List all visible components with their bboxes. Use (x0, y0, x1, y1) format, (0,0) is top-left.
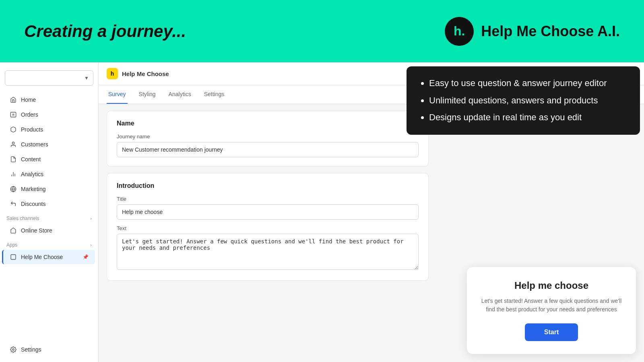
intro-section-title: Introduction (117, 182, 419, 189)
sidebar-label-analytics: Analytics (21, 171, 43, 177)
sidebar-label-marketing: Marketing (21, 186, 45, 192)
sidebar-label-orders: Orders (21, 111, 38, 118)
home-icon (10, 96, 17, 103)
banner-logo: h. Help Me Choose A.I. (445, 17, 620, 46)
intro-text-textarea[interactable] (117, 234, 419, 270)
tab-survey[interactable]: Survey (107, 85, 128, 104)
sidebar-item-settings[interactable]: Settings (3, 342, 95, 357)
sidebar-label-discounts: Discounts (21, 201, 45, 207)
svg-point-10 (12, 349, 14, 350)
sidebar-item-home[interactable]: Home (3, 93, 95, 107)
store-dropdown[interactable]: ▼ (5, 70, 93, 86)
preview-card: Help me choose Let's get started! Answer… (467, 267, 636, 354)
name-section-title: Name (117, 120, 419, 127)
apps-section: Apps › (0, 238, 98, 249)
banner-logo-icon: h. (445, 17, 474, 46)
top-banner: Creating a journey... h. Help Me Choose … (0, 0, 644, 62)
sidebar-item-analytics[interactable]: Analytics (3, 167, 95, 181)
sidebar-item-products[interactable]: Products (3, 122, 95, 137)
sidebar-label-home: Home (21, 97, 36, 103)
intro-title-input[interactable] (117, 204, 419, 220)
analytics-icon (10, 171, 17, 178)
app-header-icon: h (107, 68, 118, 79)
sidebar-item-content[interactable]: Content (3, 152, 95, 167)
pin-icon: 📌 (83, 254, 89, 260)
tab-settings[interactable]: Settings (202, 85, 226, 104)
customers-icon (10, 141, 17, 148)
sidebar-item-help-me-choose[interactable]: Help Me Choose 📌 (2, 250, 95, 264)
sidebar-item-online-store[interactable]: Online Store (3, 223, 95, 238)
sidebar-label-help-me-choose: Help Me Choose (21, 254, 63, 260)
content-icon (10, 156, 17, 163)
discounts-icon (10, 200, 17, 208)
store-icon (10, 227, 17, 234)
text-field-group: Text (117, 225, 419, 272)
sidebar-item-customers[interactable]: Customers (3, 137, 95, 152)
journey-name-field-group: Journey name (117, 134, 419, 157)
form-content: Name Journey name Introduction Title Tex… (99, 111, 437, 289)
marketing-icon (10, 185, 17, 193)
svg-rect-0 (10, 112, 16, 117)
name-section: Name Journey name (107, 111, 429, 167)
content-area: h Help Me Choose ··· Easy to use questio… (99, 62, 644, 362)
orders-icon (10, 111, 17, 118)
sidebar-nav: Home Orders Products Customers (0, 92, 98, 342)
app-header-title: Help Me Choose (122, 70, 169, 77)
main-layout: ▼ Home Orders Products (0, 62, 644, 362)
preview-card-text: Let's get started! Answer a few quick qu… (478, 297, 625, 314)
title-field-group: Title (117, 196, 419, 220)
sidebar-label-customers: Customers (21, 141, 48, 148)
preview-card-title: Help me choose (478, 280, 625, 291)
settings-icon (10, 346, 17, 353)
title-label: Title (117, 196, 419, 202)
journey-name-label: Journey name (117, 134, 419, 140)
callout-item-1: Easy to use question & answer journey ed… (429, 78, 625, 89)
sidebar-item-orders[interactable]: Orders (3, 107, 95, 122)
start-button[interactable]: Start (525, 323, 578, 341)
chevron-down-icon: ▼ (84, 75, 89, 81)
callout-item-3: Designs update in real time as you edit (429, 112, 625, 123)
sidebar-label-content: Content (21, 156, 41, 162)
sidebar-item-marketing[interactable]: Marketing (3, 182, 95, 196)
app-header-left: h Help Me Choose (107, 68, 169, 79)
apps-chevron[interactable]: › (90, 243, 92, 247)
sidebar: ▼ Home Orders Products (0, 62, 99, 362)
intro-section: Introduction Title Text (107, 173, 429, 281)
callout-item-2: Unlimited questions, answers and product… (429, 95, 625, 107)
sidebar-label-settings: Settings (21, 346, 41, 353)
sales-channels-section: Sales channels › (0, 212, 98, 223)
svg-point-3 (12, 142, 14, 144)
banner-logo-text: Help Me Choose A.I. (481, 23, 620, 40)
sidebar-label-online-store: Online Store (21, 227, 52, 234)
svg-rect-9 (11, 255, 16, 259)
sidebar-item-discounts[interactable]: Discounts (3, 197, 95, 211)
tab-styling[interactable]: Styling (137, 85, 157, 104)
journey-name-input[interactable] (117, 142, 419, 157)
sales-channels-chevron[interactable]: › (90, 216, 92, 221)
text-label: Text (117, 225, 419, 231)
tab-analytics[interactable]: Analytics (167, 85, 193, 104)
products-icon (10, 126, 17, 133)
banner-title: Creating a journey... (24, 22, 186, 41)
sidebar-label-products: Products (21, 126, 43, 133)
callout-list: Easy to use question & answer journey ed… (421, 78, 625, 123)
callout-box: Easy to use question & answer journey ed… (407, 66, 640, 135)
help-me-choose-app-icon (10, 253, 17, 261)
